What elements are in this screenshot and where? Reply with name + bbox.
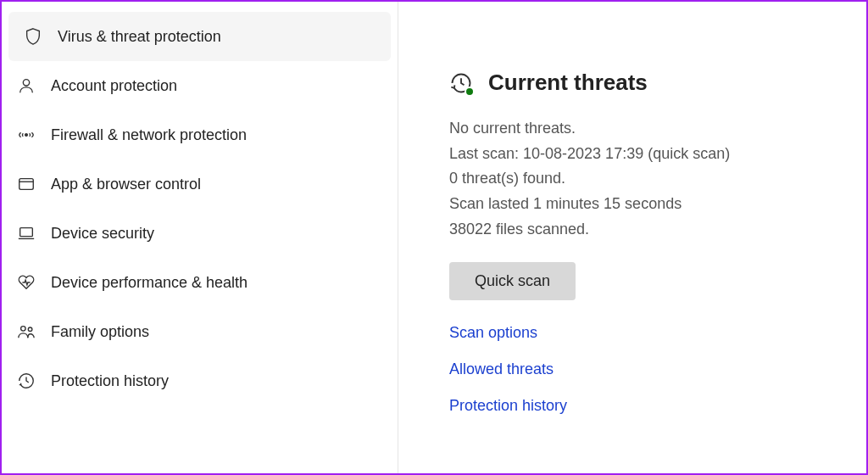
no-threats-line: No current threats.: [449, 116, 841, 142]
threat-status-text: No current threats. Last scan: 10-08-202…: [449, 116, 841, 242]
sidebar-item-label: Device security: [51, 225, 154, 243]
scan-duration-line: Scan lasted 1 minutes 15 seconds: [449, 192, 841, 217]
sidebar-item-virus-threat[interactable]: Virus & threat protection: [8, 12, 391, 61]
svg-point-0: [23, 80, 29, 86]
last-scan-line: Last scan: 10-08-2023 17:39 (quick scan): [449, 142, 841, 167]
laptop-icon: [17, 224, 36, 243]
scan-options-link[interactable]: Scan options: [449, 324, 841, 342]
sidebar-item-account[interactable]: Account protection: [2, 61, 398, 110]
main-content: Current threats No current threats. Last…: [398, 2, 866, 473]
sidebar-item-app-browser[interactable]: App & browser control: [2, 159, 398, 209]
sidebar-item-device-security[interactable]: Device security: [2, 209, 398, 258]
protection-history-link[interactable]: Protection history: [449, 397, 841, 415]
svg-point-7: [28, 327, 32, 332]
people-icon: [17, 322, 36, 341]
sidebar-item-label: Account protection: [51, 77, 177, 95]
section-title: Current threats: [488, 70, 648, 96]
shield-icon: [24, 27, 42, 46]
threats-found-line: 0 threat(s) found.: [449, 166, 841, 192]
scan-history-icon: [449, 71, 473, 95]
svg-rect-4: [20, 228, 33, 237]
status-ok-badge: [465, 87, 475, 97]
sidebar-item-label: Device performance & health: [51, 274, 248, 292]
person-icon: [17, 76, 36, 95]
sidebar-item-firewall[interactable]: Firewall & network protection: [2, 110, 398, 159]
sidebar-item-family[interactable]: Family options: [2, 307, 398, 356]
svg-point-1: [25, 134, 28, 137]
sidebar-item-label: Virus & threat protection: [58, 28, 221, 46]
sidebar-item-label: Firewall & network protection: [51, 126, 247, 144]
svg-rect-2: [19, 179, 34, 190]
allowed-threats-link[interactable]: Allowed threats: [449, 360, 841, 378]
sidebar-item-label: Family options: [51, 323, 149, 341]
section-header: Current threats: [449, 70, 841, 96]
sidebar: Virus & threat protection Account protec…: [2, 2, 398, 473]
sidebar-item-history[interactable]: Protection history: [2, 356, 398, 405]
quick-scan-button[interactable]: Quick scan: [449, 262, 576, 300]
sidebar-item-label: App & browser control: [51, 176, 201, 193]
heart-pulse-icon: [17, 273, 36, 292]
sidebar-item-label: Protection history: [51, 372, 169, 390]
files-scanned-line: 38022 files scanned.: [449, 217, 841, 243]
history-icon: [17, 372, 36, 390]
svg-point-6: [21, 327, 25, 332]
sidebar-item-performance[interactable]: Device performance & health: [2, 258, 398, 307]
antenna-icon: [17, 126, 36, 144]
window-icon: [17, 175, 36, 193]
